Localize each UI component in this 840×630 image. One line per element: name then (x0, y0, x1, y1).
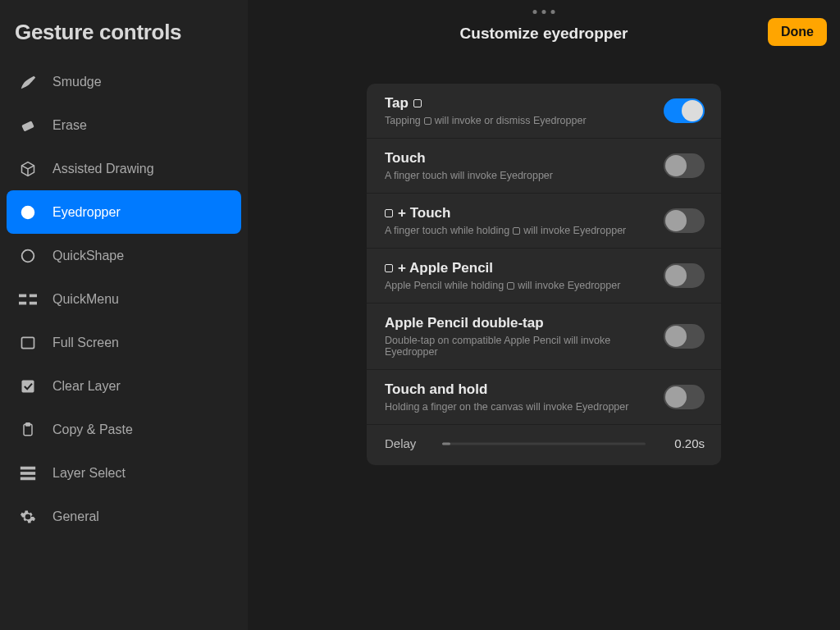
square-glyph-icon (413, 99, 422, 107)
sidebar-item-eyedropper[interactable]: Eyedropper (7, 190, 241, 234)
checkbox-icon (18, 377, 38, 396)
gear-icon (18, 507, 38, 527)
sidebar-item-assisted-drawing[interactable]: Assisted Drawing (7, 147, 241, 190)
svg-point-2 (26, 211, 30, 214)
sidebar-list: Smudge Erase Assisted Drawing Eyedropper (0, 60, 248, 538)
svg-point-3 (22, 249, 34, 262)
page-title: Customize eyedropper (248, 0, 840, 43)
layers-icon (18, 463, 38, 483)
svg-rect-8 (22, 337, 34, 348)
target-icon (18, 203, 38, 222)
option-tap: Tap Tapping will invoke or dismiss Eyedr… (367, 84, 721, 139)
option-desc: Tapping will invoke or dismiss Eyedroppe… (385, 115, 651, 126)
option-title: + Apple Pencil (385, 260, 651, 276)
toggle-pencil-doubletap[interactable] (664, 324, 705, 349)
svg-rect-9 (22, 380, 34, 392)
toggle-tap[interactable] (664, 98, 705, 123)
sidebar-item-label: Eyedropper (52, 205, 121, 220)
sidebar-item-label: Copy & Paste (52, 422, 133, 437)
drag-handle-dots-icon[interactable] (533, 10, 555, 14)
sidebar-item-label: Assisted Drawing (52, 162, 154, 176)
toggle-square-touch[interactable] (664, 208, 705, 233)
option-desc: Double-tap on compatible Apple Pencil wi… (385, 335, 651, 358)
done-button[interactable]: Done (768, 18, 827, 46)
sidebar-item-label: Clear Layer (52, 379, 121, 394)
option-desc: A finger touch while holding will invoke… (385, 225, 651, 236)
option-title: Apple Pencil double-tap (385, 315, 651, 331)
erase-icon (18, 116, 38, 135)
svg-rect-0 (21, 121, 34, 131)
sidebar-item-full-screen[interactable]: Full Screen (7, 321, 241, 364)
clipboard-icon (18, 420, 38, 440)
sidebar-item-label: Smudge (52, 75, 102, 89)
smudge-icon (18, 72, 38, 92)
delay-value: 0.20s (662, 436, 705, 450)
main-panel: Customize eyedropper Done Tap Tapping wi… (248, 0, 840, 630)
sidebar-item-general[interactable]: General (7, 495, 241, 538)
delay-slider[interactable] (442, 442, 646, 445)
square-glyph-icon (385, 264, 393, 272)
square-glyph-icon (507, 282, 514, 290)
cube-icon (18, 159, 38, 179)
svg-rect-6 (19, 301, 26, 304)
sidebar-item-layer-select[interactable]: Layer Select (7, 451, 241, 495)
option-square-pencil: + Apple Pencil Apple Pencil while holdin… (367, 249, 721, 304)
fullscreen-icon (18, 333, 38, 353)
sidebar-item-label: QuickShape (52, 249, 124, 263)
svg-rect-11 (26, 422, 30, 425)
sidebar-item-label: Layer Select (52, 466, 126, 481)
settings-card: Tap Tapping will invoke or dismiss Eyedr… (367, 84, 721, 465)
sidebar-item-label: QuickMenu (52, 292, 119, 307)
quickmenu-icon (18, 290, 38, 309)
delay-label: Delay (385, 436, 426, 450)
option-pencil-doubletap: Apple Pencil double-tap Double-tap on co… (367, 304, 721, 370)
sidebar-item-clear-layer[interactable]: Clear Layer (7, 364, 241, 408)
svg-rect-13 (21, 472, 35, 475)
option-touch: Touch A finger touch will invoke Eyedrop… (367, 139, 721, 194)
square-glyph-icon (513, 227, 520, 235)
sidebar-item-smudge[interactable]: Smudge (7, 60, 241, 103)
sidebar-title: Gesture controls (0, 15, 248, 60)
square-glyph-icon (385, 209, 393, 217)
option-desc: A finger touch will invoke Eyedropper (385, 170, 651, 181)
option-desc: Holding a finger on the canvas will invo… (385, 401, 651, 413)
toggle-touch[interactable] (664, 153, 705, 178)
svg-rect-4 (19, 294, 26, 297)
sidebar-item-erase[interactable]: Erase (7, 103, 241, 147)
sidebar-item-label: Erase (52, 118, 87, 133)
sidebar-item-quickshape[interactable]: QuickShape (7, 234, 241, 277)
sidebar-item-label: Full Screen (52, 336, 119, 350)
sidebar-item-quickmenu[interactable]: QuickMenu (7, 277, 241, 321)
sidebar-item-label: General (52, 509, 99, 524)
svg-rect-7 (30, 301, 37, 304)
option-title: + Touch (385, 205, 651, 221)
svg-rect-12 (21, 466, 35, 469)
slider-fill (442, 442, 450, 445)
toggle-touch-hold[interactable] (664, 385, 705, 409)
svg-rect-14 (21, 477, 35, 480)
option-square-touch: + Touch A finger touch while holding wil… (367, 194, 721, 249)
option-title: Touch (385, 150, 651, 167)
sidebar-item-copy-paste[interactable]: Copy & Paste (7, 408, 241, 451)
option-title: Touch and hold (385, 381, 651, 398)
option-touch-hold: Touch and hold Holding a finger on the c… (367, 370, 721, 425)
sidebar: Gesture controls Smudge Erase Assisted D… (0, 0, 248, 630)
quickshape-icon (18, 246, 38, 266)
square-glyph-icon (424, 117, 431, 125)
delay-row: Delay 0.20s (367, 425, 721, 465)
svg-rect-5 (30, 294, 37, 297)
option-desc: Apple Pencil while holding will invoke E… (385, 280, 651, 291)
option-title: Tap (385, 95, 651, 112)
toggle-square-pencil[interactable] (664, 263, 705, 288)
